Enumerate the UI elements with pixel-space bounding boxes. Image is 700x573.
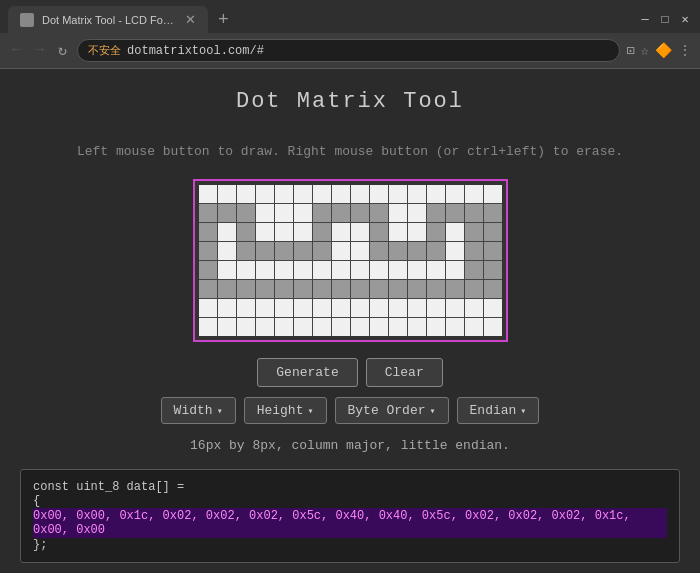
dot-grid[interactable] [199,185,502,336]
dot-cell[interactable] [237,261,255,279]
dot-cell[interactable] [465,299,483,317]
dot-cell[interactable] [446,318,464,336]
dot-cell[interactable] [218,242,236,260]
dot-cell[interactable] [294,280,312,298]
dot-cell[interactable] [313,280,331,298]
dot-cell[interactable] [351,242,369,260]
extension-icon[interactable]: 🔶 [655,42,672,59]
dot-cell[interactable] [408,242,426,260]
dot-cell[interactable] [427,261,445,279]
dot-cell[interactable] [408,223,426,241]
dot-cell[interactable] [275,185,293,203]
dot-cell[interactable] [218,299,236,317]
dot-cell[interactable] [294,261,312,279]
dot-cell[interactable] [389,280,407,298]
back-button[interactable]: ← [8,40,25,61]
width-dropdown[interactable]: Width [161,397,236,424]
dot-cell[interactable] [465,204,483,222]
dot-cell[interactable] [408,261,426,279]
tab-close-icon[interactable]: ✕ [185,12,196,27]
dot-cell[interactable] [275,223,293,241]
maximize-button[interactable]: □ [658,13,672,27]
dot-cell[interactable] [351,204,369,222]
dot-cell[interactable] [218,261,236,279]
dot-cell[interactable] [199,242,217,260]
dot-cell[interactable] [199,280,217,298]
cast-icon[interactable]: ⊡ [626,42,634,59]
dot-cell[interactable] [370,280,388,298]
dot-cell[interactable] [313,299,331,317]
dot-cell[interactable] [294,299,312,317]
dot-cell[interactable] [465,318,483,336]
dot-cell[interactable] [332,223,350,241]
dot-cell[interactable] [313,261,331,279]
dot-cell[interactable] [313,185,331,203]
dot-cell[interactable] [256,299,274,317]
dot-cell[interactable] [484,242,502,260]
dot-cell[interactable] [370,223,388,241]
dot-cell[interactable] [313,242,331,260]
dot-cell[interactable] [199,204,217,222]
dot-cell[interactable] [370,204,388,222]
dot-cell[interactable] [218,318,236,336]
dot-cell[interactable] [332,299,350,317]
dot-cell[interactable] [256,204,274,222]
dot-cell[interactable] [294,318,312,336]
forward-button[interactable]: → [31,40,48,61]
dot-cell[interactable] [218,204,236,222]
dot-cell[interactable] [294,242,312,260]
dot-cell[interactable] [370,185,388,203]
dot-cell[interactable] [332,242,350,260]
minimize-button[interactable]: ─ [638,13,652,27]
dot-cell[interactable] [427,223,445,241]
reload-button[interactable]: ↻ [54,39,71,62]
dot-cell[interactable] [370,318,388,336]
dot-cell[interactable] [484,223,502,241]
dot-cell[interactable] [256,280,274,298]
dot-cell[interactable] [484,299,502,317]
dot-cell[interactable] [389,185,407,203]
dot-cell[interactable] [351,280,369,298]
dot-cell[interactable] [237,280,255,298]
dot-cell[interactable] [389,223,407,241]
dot-cell[interactable] [237,185,255,203]
active-tab[interactable]: Dot Matrix Tool - LCD Font G... ✕ [8,6,208,33]
dot-cell[interactable] [294,185,312,203]
menu-icon[interactable]: ⋮ [678,42,692,59]
dot-cell[interactable] [484,185,502,203]
dot-cell[interactable] [389,204,407,222]
dot-cell[interactable] [275,261,293,279]
dot-cell[interactable] [294,204,312,222]
dot-cell[interactable] [332,261,350,279]
dot-cell[interactable] [275,299,293,317]
dot-cell[interactable] [465,242,483,260]
close-button[interactable]: ✕ [678,13,692,27]
address-bar[interactable]: 不安全 dotmatrixtool.com/# [77,39,620,62]
dot-cell[interactable] [332,204,350,222]
dot-cell[interactable] [408,185,426,203]
dot-cell[interactable] [427,280,445,298]
dot-cell[interactable] [370,242,388,260]
clear-button[interactable]: Clear [366,358,443,387]
dot-cell[interactable] [465,261,483,279]
dot-cell[interactable] [446,280,464,298]
dot-cell[interactable] [237,223,255,241]
dot-cell[interactable] [465,185,483,203]
dot-cell[interactable] [313,318,331,336]
dot-cell[interactable] [294,223,312,241]
generate-button[interactable]: Generate [257,358,357,387]
dot-cell[interactable] [446,261,464,279]
dot-cell[interactable] [465,223,483,241]
dot-cell[interactable] [465,280,483,298]
dot-cell[interactable] [237,242,255,260]
dot-cell[interactable] [256,242,274,260]
dot-cell[interactable] [427,299,445,317]
dot-cell[interactable] [484,261,502,279]
dot-cell[interactable] [370,299,388,317]
dot-cell[interactable] [351,223,369,241]
dot-cell[interactable] [313,204,331,222]
dot-cell[interactable] [446,204,464,222]
dot-cell[interactable] [199,223,217,241]
dot-cell[interactable] [351,185,369,203]
dot-cell[interactable] [199,261,217,279]
